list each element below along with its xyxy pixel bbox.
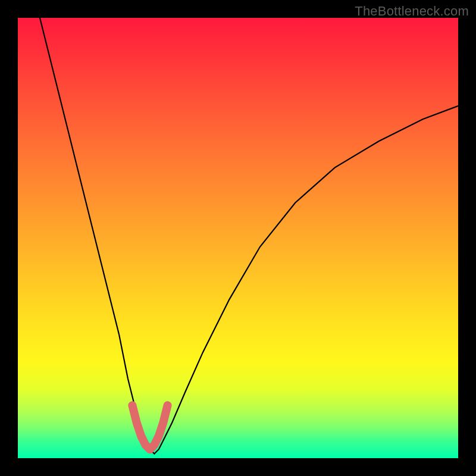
chart-frame: TheBottleneck.com [0, 0, 476, 476]
plot-area [18, 18, 458, 458]
watermark-text: TheBottleneck.com [355, 4, 469, 19]
chart-svg [18, 18, 458, 458]
bottleneck-curve-path [40, 18, 458, 454]
